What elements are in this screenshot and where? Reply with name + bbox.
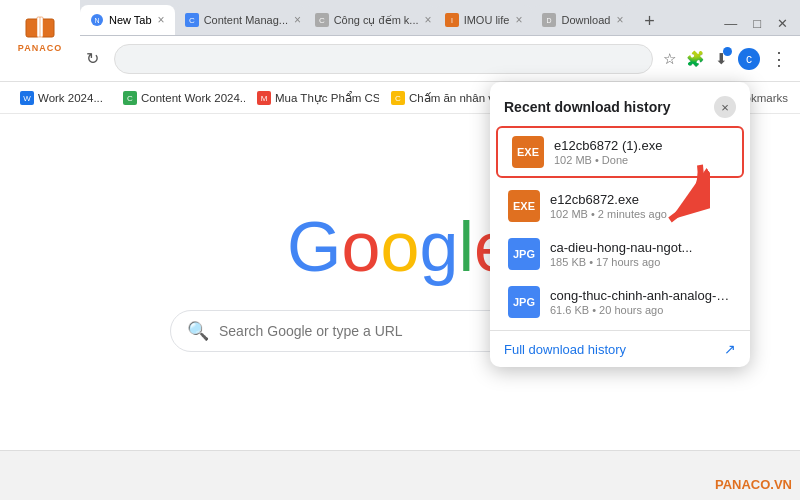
download-button[interactable]: ⬇ xyxy=(715,50,728,68)
extension-icon[interactable]: 🧩 xyxy=(686,50,705,68)
restore-button[interactable]: □ xyxy=(753,16,761,31)
tab-close-2[interactable]: × xyxy=(425,13,432,27)
download-panel: Recent download history × EXE e12cb6872 … xyxy=(490,82,750,367)
bm1-favicon: W xyxy=(20,91,34,105)
svg-text:C: C xyxy=(319,16,325,25)
dl2-icon: EXE xyxy=(508,190,540,222)
google-letter-g: G xyxy=(287,212,341,282)
svg-text:C: C xyxy=(395,94,401,103)
bookmark-mua-thuc-pham[interactable]: M Mua Thực Phẩm CS... xyxy=(249,88,379,108)
svg-text:N: N xyxy=(94,17,99,24)
dl1-icon: EXE xyxy=(512,136,544,168)
window-controls: — □ ✕ xyxy=(724,16,800,35)
download-item-3[interactable]: JPG ca-dieu-hong-nau-ngot... 185 KB • 17… xyxy=(494,230,746,278)
bm3-favicon: M xyxy=(257,91,271,105)
svg-text:M: M xyxy=(261,94,268,103)
tab2-favicon: C xyxy=(315,13,329,27)
logo-watermark: PANACO xyxy=(0,0,80,65)
google-letter-o1: o xyxy=(342,212,381,282)
google-letter-l: l xyxy=(458,212,474,282)
full-download-history-link[interactable]: Full download history xyxy=(504,342,626,357)
dl4-meta: 61.6 KB • 20 hours ago xyxy=(550,304,732,316)
newtab-favicon: N xyxy=(90,13,104,27)
download-item-2[interactable]: EXE e12cb6872.exe 102 MB • 2 minutes ago xyxy=(494,182,746,230)
bm2-favicon: C xyxy=(123,91,137,105)
tab-newtab[interactable]: N New Tab × xyxy=(80,5,175,35)
watermark-bottom: PANACO.VN xyxy=(715,477,792,492)
new-tab-button[interactable]: + xyxy=(635,7,663,35)
dl3-icon: JPG xyxy=(508,238,540,270)
download-item-4[interactable]: JPG cong-thuc-chinh-anh-analog-2.jpg 61.… xyxy=(494,278,746,326)
google-logo: G o o g l e xyxy=(287,212,513,282)
dl1-name: e12cb6872 (1).exe xyxy=(554,138,728,153)
panel-title: Recent download history xyxy=(504,99,670,115)
dl3-info: ca-dieu-hong-nau-ngot... 185 KB • 17 hou… xyxy=(550,240,732,268)
panel-header: Recent download history × xyxy=(490,82,750,126)
minimize-button[interactable]: — xyxy=(724,16,737,31)
tab-content-manag[interactable]: C Content Manag... × xyxy=(175,5,305,35)
panel-footer: Full download history ↗ xyxy=(490,330,750,363)
bookmark-work2024[interactable]: W Work 2024... xyxy=(12,88,111,108)
bottom-bar xyxy=(0,450,800,500)
dl3-name: ca-dieu-hong-nau-ngot... xyxy=(550,240,732,255)
tab-close-1[interactable]: × xyxy=(294,13,301,27)
dl4-name: cong-thuc-chinh-anh-analog-2.jpg xyxy=(550,288,732,303)
tab-imou[interactable]: I IMOU life × xyxy=(435,5,533,35)
dl2-name: e12cb6872.exe xyxy=(550,192,732,207)
dl2-meta: 102 MB • 2 minutes ago xyxy=(550,208,732,220)
toolbar-icons: ☆ 🧩 ⬇ c ⋮ xyxy=(663,48,788,70)
dl4-icon: JPG xyxy=(508,286,540,318)
svg-text:C: C xyxy=(189,16,195,25)
tab-download[interactable]: D Download × xyxy=(532,5,633,35)
profile-avatar[interactable]: c xyxy=(738,48,760,70)
svg-text:W: W xyxy=(23,94,31,103)
address-bar: ← → ↻ ☆ 🧩 ⬇ c ⋮ xyxy=(0,36,800,82)
panel-close-button[interactable]: × xyxy=(714,96,736,118)
google-letter-g2: g xyxy=(419,212,458,282)
download-badge xyxy=(723,47,732,56)
tab-cong-cu[interactable]: C Công cụ đếm k... × xyxy=(305,5,435,35)
bookmark-content-work[interactable]: C Content Work 2024... xyxy=(115,88,245,108)
logo-text: PANACO xyxy=(18,43,62,53)
google-letter-o2: o xyxy=(381,212,420,282)
tab-close-newtab[interactable]: × xyxy=(158,13,165,27)
dl2-info: e12cb6872.exe 102 MB • 2 minutes ago xyxy=(550,192,732,220)
search-icon[interactable]: 🔍 xyxy=(187,320,209,342)
bm4-favicon: C xyxy=(391,91,405,105)
dl4-info: cong-thuc-chinh-anh-analog-2.jpg 61.6 KB… xyxy=(550,288,732,316)
tab-bar: N New Tab × C Content Manag... × C Công … xyxy=(0,0,800,36)
tab1-favicon: C xyxy=(185,13,199,27)
tab4-favicon: D xyxy=(542,13,556,27)
url-input[interactable] xyxy=(114,44,653,74)
menu-button[interactable]: ⋮ xyxy=(770,48,788,70)
dl1-meta: 102 MB • Done xyxy=(554,154,728,166)
tab3-favicon: I xyxy=(445,13,459,27)
dl1-info: e12cb6872 (1).exe 102 MB • Done xyxy=(554,138,728,166)
svg-text:D: D xyxy=(547,17,552,24)
svg-text:I: I xyxy=(451,17,453,24)
svg-text:C: C xyxy=(127,94,133,103)
dl3-meta: 185 KB • 17 hours ago xyxy=(550,256,732,268)
download-item-1[interactable]: EXE e12cb6872 (1).exe 102 MB • Done xyxy=(496,126,744,178)
reload-button[interactable]: ↻ xyxy=(80,49,104,68)
tab-close-3[interactable]: × xyxy=(515,13,522,27)
close-window-button[interactable]: ✕ xyxy=(777,16,788,31)
star-icon[interactable]: ☆ xyxy=(663,50,676,68)
book-icon xyxy=(22,13,58,41)
open-external-icon[interactable]: ↗ xyxy=(724,341,736,357)
tab-close-4[interactable]: × xyxy=(616,13,623,27)
